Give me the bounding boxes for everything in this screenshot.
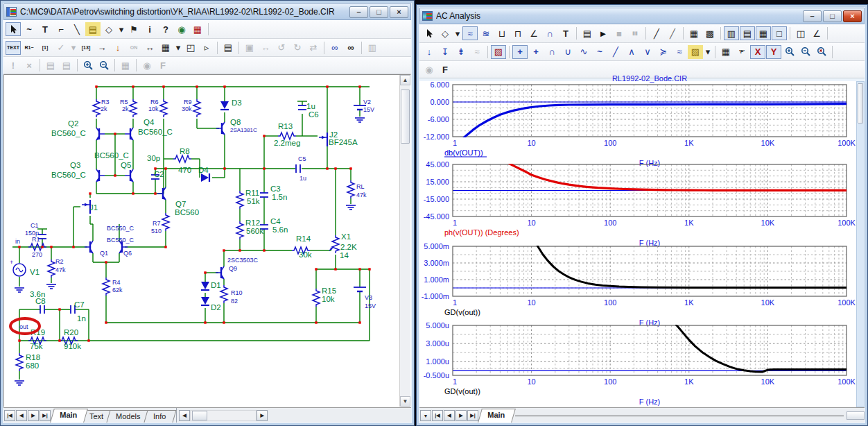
schematic-horizontal-scrollbar[interactable]: ◀ ▶	[176, 408, 268, 423]
scale-mode[interactable]: ≈	[462, 26, 478, 40]
page-nav-button-1[interactable]: ◀	[16, 410, 27, 421]
text-layer-toggle[interactable]: TEXT	[6, 41, 21, 55]
component-button[interactable]: ▤	[85, 22, 101, 36]
schematic-titlebar[interactable]: C:\MC9\DATA\Petrov\switching distortion\…	[3, 3, 411, 20]
global-high[interactable]: ≽	[656, 45, 671, 59]
analysis-horizontal-scroll-thumb[interactable]	[847, 411, 865, 420]
grid-toggle[interactable]: ▦	[158, 41, 173, 55]
currents-toggle[interactable]: ↓	[110, 41, 125, 55]
top-measure[interactable]: ∧	[624, 45, 639, 59]
model-program-icon[interactable]: ▦	[190, 22, 205, 36]
minimize-button[interactable]: –	[349, 6, 368, 18]
zoom-in-button[interactable]	[80, 58, 96, 72]
plot-area[interactable]	[419, 81, 856, 407]
numeric-output-button[interactable]: ▦	[718, 45, 734, 59]
zoom-in-button[interactable]	[782, 45, 797, 59]
pan-tool[interactable]: ▹	[199, 41, 214, 55]
component-dropdown[interactable]: ▾	[453, 26, 462, 40]
properties-button[interactable]: ▤	[220, 41, 236, 55]
part-dropdown[interactable]: ▾	[117, 22, 125, 36]
close-button[interactable]: ×	[843, 10, 862, 22]
schematic-vertical-scrollbar[interactable]: ▲ ▼	[399, 75, 410, 407]
go-to-peak[interactable]: ∩	[544, 45, 559, 59]
scroll-down-button[interactable]: ▼	[400, 396, 410, 407]
vertical-tag-mode[interactable]: ⊓	[510, 26, 526, 40]
grid-dropdown[interactable]: ▾	[174, 41, 182, 55]
wire-mode[interactable]: ~	[21, 22, 37, 36]
go-to-high[interactable]: ∿	[576, 45, 591, 59]
run-button[interactable]: ►	[596, 26, 611, 40]
text-mode[interactable]: T	[37, 22, 53, 36]
branch-dropdown[interactable]: ▾	[704, 45, 712, 59]
close-button[interactable]: ×	[390, 6, 408, 18]
pin-connections-toggle[interactable]: ↔	[142, 41, 157, 55]
zoom-out-button[interactable]	[798, 45, 813, 59]
scroll-right-button[interactable]: ▶	[257, 410, 268, 421]
bottom-measure[interactable]: ∨	[640, 45, 655, 59]
ortho-wire-mode[interactable]: ⌐	[53, 22, 69, 36]
tab-main[interactable]: Main	[478, 409, 516, 423]
vertical-grid-toggle[interactable]: ▥	[724, 26, 739, 40]
line-mode[interactable]: ╲	[69, 22, 85, 36]
cursor-tracker-v[interactable]: +	[528, 45, 544, 59]
go-to-branch[interactable]: ▨	[688, 45, 703, 59]
tab-main[interactable]: Main	[50, 409, 88, 423]
go-to-low[interactable]: ~	[592, 45, 607, 59]
schematic-canvas[interactable]: +Q2BC560_CQ4BC560_CQ3BC560_CBC560_CQ530p…	[4, 75, 399, 407]
info-mode[interactable]: i	[142, 22, 157, 36]
find-next-button[interactable]: ∞	[343, 41, 358, 55]
line-tool[interactable]: ╱	[649, 26, 664, 40]
pin-numbers-toggle[interactable]: [13]	[78, 41, 94, 55]
numeric-output-icon[interactable]: ▨	[491, 45, 506, 59]
zoom-area-button[interactable]	[814, 45, 829, 59]
split-window-button[interactable]: ◰	[183, 41, 198, 55]
page-nav-button-3[interactable]: ▶|	[40, 410, 51, 421]
go-to-valley[interactable]: ∪	[560, 45, 575, 59]
page-nav-button-2[interactable]: ◀	[444, 410, 455, 421]
find-part-button[interactable]: ◇	[101, 22, 116, 36]
text-mode[interactable]: T	[558, 26, 573, 40]
attribute-text-toggle[interactable]: R1~	[21, 41, 37, 55]
horizontal-tag-mode[interactable]: ⊔	[494, 26, 510, 40]
maximize-button[interactable]: □	[370, 6, 388, 18]
select-tool[interactable]	[422, 26, 437, 40]
page-nav-button-2[interactable]: ▶	[28, 410, 39, 421]
page-nav-button-0[interactable]: |◀	[4, 410, 15, 421]
x-scale-button[interactable]: X	[750, 45, 765, 59]
cursor-mode[interactable]: ≋	[478, 26, 494, 40]
properties-button[interactable]: ▤	[580, 26, 595, 40]
probe-many-button[interactable]: ↧	[437, 45, 453, 59]
horizontal-grid-toggle[interactable]: ▤	[740, 26, 755, 40]
select-tool[interactable]	[6, 22, 21, 36]
flag-mode[interactable]: ⚑	[126, 22, 141, 36]
web-help-icon[interactable]: ◉	[174, 22, 189, 36]
vertical-scroll-thumb[interactable]	[401, 90, 410, 144]
probe-all-button[interactable]: ⇟	[453, 45, 469, 59]
page-nav-button-3[interactable]: ▶	[455, 410, 467, 421]
scroll-left-button[interactable]: ◀	[179, 410, 190, 421]
minimize-button[interactable]: –	[803, 10, 822, 22]
y-scale-button[interactable]: Y	[766, 45, 781, 59]
horizontal-scroll-thumb[interactable]	[192, 411, 207, 420]
periodic-steady-state[interactable]: 'P'	[734, 45, 749, 59]
tab-info[interactable]: Info	[144, 410, 177, 423]
page-nav-button-4[interactable]: ▶|	[467, 410, 478, 421]
cursor-tracker-h[interactable]: +	[512, 45, 528, 59]
slope-tag-mode[interactable]: ∠	[526, 26, 541, 40]
page-nav-button-1[interactable]: |◀	[432, 410, 443, 421]
fx-tag-mode[interactable]: ∩	[542, 26, 557, 40]
font-button[interactable]: F	[437, 62, 453, 76]
page-nav-button-0[interactable]: ▼	[420, 410, 431, 421]
slope-button[interactable]: ∠	[809, 26, 824, 40]
tokens-toggle[interactable]: ▩	[702, 26, 718, 40]
data-points-toggle[interactable]: ▦	[686, 26, 702, 40]
global-low[interactable]: ≈	[672, 45, 687, 59]
split-plot-button[interactable]: ◫	[793, 26, 808, 40]
analysis-titlebar[interactable]: AC Analysis –□×	[419, 8, 865, 24]
no-grids-toggle[interactable]: □	[772, 26, 787, 40]
probe-one-button[interactable]: ↓	[422, 45, 437, 59]
component-tool[interactable]: ◇	[437, 26, 453, 40]
find-button[interactable]: ∞	[327, 41, 342, 55]
help-mode[interactable]: ?	[158, 22, 173, 36]
maximize-button[interactable]: □	[823, 10, 842, 22]
